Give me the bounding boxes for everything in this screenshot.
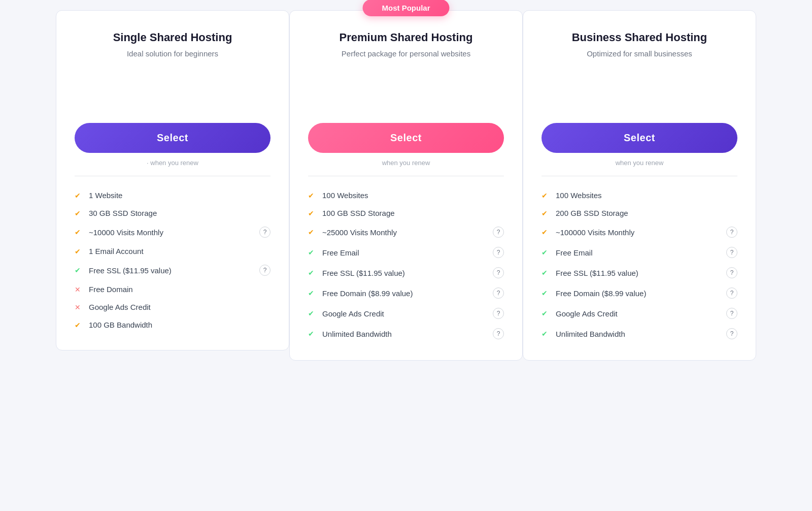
feature-item: ✔ Free SSL ($11.95 value) ? <box>308 263 504 283</box>
info-icon[interactable]: ? <box>493 308 504 319</box>
feature-text: Free Email <box>556 248 593 257</box>
info-icon[interactable]: ? <box>726 288 737 299</box>
feature-text: Unlimited Bandwidth <box>556 330 625 338</box>
plan-name-single: Single Shared Hosting <box>75 31 270 44</box>
plan-subtitle-business: Optimized for small businesses <box>542 49 737 58</box>
feature-item: ✔ Unlimited Bandwidth ? <box>308 324 504 344</box>
info-icon[interactable]: ? <box>493 267 504 278</box>
feature-text: Google Ads Credit <box>322 309 384 318</box>
feature-text: 100 GB SSD Storage <box>322 209 395 217</box>
check-gold-icon: ✔ <box>75 228 84 236</box>
info-icon[interactable]: ? <box>726 308 737 319</box>
check-gold-icon: ✔ <box>308 191 317 200</box>
feature-item: ✔ Google Ads Credit ? <box>308 303 504 324</box>
feature-text: Free Email <box>322 248 359 257</box>
feature-item: ✔ Free Email ? <box>542 242 737 263</box>
feature-text: Free SSL ($11.95 value) <box>322 269 405 277</box>
feature-item: ✔ ~25000 Visits Monthly ? <box>308 222 504 242</box>
feature-item: ✔ 1 Email Account <box>75 242 270 260</box>
info-icon[interactable]: ? <box>493 227 504 238</box>
feature-item: ✔ Free Domain ($8.99 value) ? <box>542 283 737 303</box>
check-gold-icon: ✔ <box>308 209 317 217</box>
feature-text: Unlimited Bandwidth <box>322 330 392 338</box>
check-gold-icon: ✔ <box>75 191 84 200</box>
feature-text: 30 GB SSD Storage <box>89 209 157 217</box>
check-green-icon: ✔ <box>308 269 317 277</box>
check-green-icon: ✔ <box>308 330 317 338</box>
feature-item: ✔ Free SSL ($11.95 value) ? <box>542 263 737 283</box>
feature-text: Free SSL ($11.95 value) <box>89 266 172 275</box>
check-green-icon: ✔ <box>542 309 551 317</box>
check-green-icon: ✔ <box>308 289 317 297</box>
plan-name-business: Business Shared Hosting <box>542 31 737 44</box>
feature-text: Free SSL ($11.95 value) <box>556 269 638 277</box>
feature-list-business: ✔ 100 Websites ✔ 200 GB SSD Storage ✔ ~1… <box>542 186 737 344</box>
feature-text: 100 GB Bandwidth <box>89 321 152 329</box>
feature-text: 100 Websites <box>556 191 602 200</box>
feature-list-single: ✔ 1 Website ✔ 30 GB SSD Storage ✔ ~10000… <box>75 186 270 334</box>
feature-text: 1 Website <box>89 191 122 200</box>
feature-item: ✔ ~100000 Visits Monthly ? <box>542 222 737 242</box>
plan-subtitle-single: Ideal solution for beginners <box>75 49 270 58</box>
feature-item: ✔ 100 GB SSD Storage <box>308 204 504 222</box>
info-icon[interactable]: ? <box>726 247 737 258</box>
select-button-single[interactable]: Select <box>75 123 270 153</box>
feature-item: ✕ Google Ads Credit <box>75 298 270 316</box>
check-green-icon: ✔ <box>542 289 551 297</box>
pricing-container: Single Shared HostingIdeal solution for … <box>56 10 756 361</box>
info-icon[interactable]: ? <box>726 227 737 238</box>
price-area-business <box>542 73 737 114</box>
info-icon[interactable]: ? <box>493 328 504 339</box>
info-icon[interactable]: ? <box>259 227 270 238</box>
feature-text: Free Domain ($8.99 value) <box>322 289 413 298</box>
feature-text: ~25000 Visits Monthly <box>322 228 397 237</box>
plan-card-premium: Most PopularPremium Shared HostingPerfec… <box>289 10 523 361</box>
feature-item: ✔ 100 GB Bandwidth <box>75 316 270 334</box>
check-gold-icon: ✔ <box>308 228 317 236</box>
feature-text: Free Domain <box>89 285 133 294</box>
info-icon[interactable]: ? <box>726 267 737 278</box>
feature-item: ✔ Free SSL ($11.95 value) ? <box>75 260 270 280</box>
price-area-single <box>75 73 270 114</box>
feature-text: 1 Email Account <box>89 247 144 256</box>
feature-text: Google Ads Credit <box>89 303 151 311</box>
info-icon[interactable]: ? <box>259 265 270 276</box>
divider-single <box>75 176 270 176</box>
check-green-icon: ✔ <box>542 248 551 257</box>
info-icon[interactable]: ? <box>726 328 737 339</box>
check-green-icon: ✔ <box>542 330 551 338</box>
plan-name-premium: Premium Shared Hosting <box>308 31 504 44</box>
most-popular-badge: Most Popular <box>362 0 449 16</box>
check-gold-icon: ✔ <box>542 209 551 217</box>
price-area-premium <box>308 73 504 114</box>
check-gold-icon: ✔ <box>75 247 84 256</box>
renew-text-single: · when you renew <box>75 159 270 167</box>
divider-premium <box>308 176 504 176</box>
feature-item: ✔ 1 Website <box>75 186 270 204</box>
feature-text: 200 GB SSD Storage <box>556 209 628 217</box>
feature-text: Free Domain ($8.99 value) <box>556 289 646 298</box>
select-button-premium[interactable]: Select <box>308 123 504 153</box>
feature-text: Google Ads Credit <box>556 309 618 318</box>
check-gold-icon: ✔ <box>75 321 84 329</box>
check-green-icon: ✔ <box>75 266 84 274</box>
check-green-icon: ✔ <box>308 248 317 257</box>
feature-item: ✕ Free Domain <box>75 280 270 298</box>
feature-text: ~100000 Visits Monthly <box>556 228 634 237</box>
feature-item: ✔ Google Ads Credit ? <box>542 303 737 324</box>
feature-item: ✔ 200 GB SSD Storage <box>542 204 737 222</box>
check-green-icon: ✔ <box>308 309 317 317</box>
info-icon[interactable]: ? <box>493 288 504 299</box>
check-gold-icon: ✔ <box>542 191 551 200</box>
feature-item: ✔ Unlimited Bandwidth ? <box>542 324 737 344</box>
feature-text: ~10000 Visits Monthly <box>89 228 163 237</box>
feature-item: ✔ 30 GB SSD Storage <box>75 204 270 222</box>
feature-list-premium: ✔ 100 Websites ✔ 100 GB SSD Storage ✔ ~2… <box>308 186 504 344</box>
select-button-business[interactable]: Select <box>542 123 737 153</box>
divider-business <box>542 176 737 176</box>
plan-subtitle-premium: Perfect package for personal websites <box>308 49 504 58</box>
info-icon[interactable]: ? <box>493 247 504 258</box>
feature-item: ✔ Free Email ? <box>308 242 504 263</box>
cross-icon: ✕ <box>75 303 84 311</box>
check-green-icon: ✔ <box>542 269 551 277</box>
